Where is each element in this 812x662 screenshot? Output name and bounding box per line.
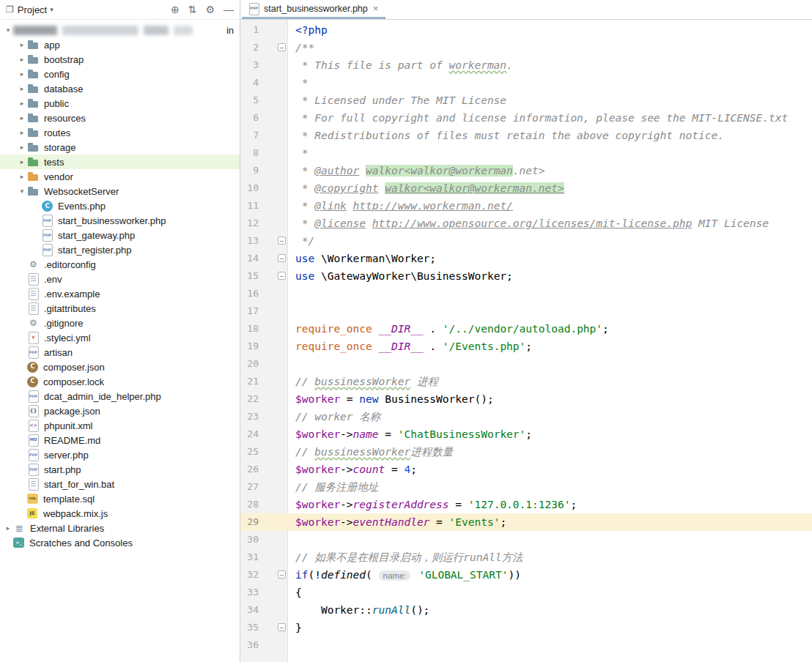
tree-item-resources[interactable]: ▸resources [0,111,240,125]
tree-item-composer-json[interactable]: Ccomposer.json [0,360,240,374]
tree-item-storage[interactable]: ▸storage [0,140,240,155]
code-line-21[interactable]: 21// bussinessWorker 进程 [240,373,812,390]
tree-item-gitignore[interactable]: ⚙.gitignore [0,316,240,330]
code-line-19[interactable]: 19require_once __DIR__ . '/Events.php'; [240,338,812,355]
code-line-8[interactable]: 8 * [240,144,812,162]
project-selector[interactable]: Project [18,4,47,15]
tree-item-start-gateway-php[interactable]: PHPstart_gateway.php [0,228,240,242]
code-line-18[interactable]: 18require_once __DIR__ . '/../vendor/aut… [240,320,812,338]
code-line-10[interactable]: 10 * @copyright walkor<walkor@workerman.… [240,179,812,197]
code-line-2[interactable]: 2−/** [240,39,812,56]
code-line-26[interactable]: 26$worker->count = 4; [240,461,812,478]
hide-panel-icon[interactable]: — [224,4,234,15]
code-line-14[interactable]: 14−use \Workerman\Worker; [240,250,812,267]
code-line-13[interactable]: 13− */ [240,232,812,250]
code-line-7[interactable]: 7 * Redistributions of files must retain… [240,127,812,144]
code-line-11[interactable]: 11 * @link http://www.workerman.net/ [240,197,812,215]
tree-item-readme-md[interactable]: MDREADME.md [0,433,240,447]
code-line-23[interactable]: 23// worker 名称 [240,408,812,425]
tree-item-phpunit-xml[interactable]: <>phpunit.xml [0,418,240,433]
fold-marker[interactable]: − [278,43,286,51]
chevron-down-icon[interactable]: ▾ [50,6,53,13]
tree-item-public[interactable]: ▸public [0,96,240,111]
tree-item-artisan[interactable]: PHPartisan [0,345,240,360]
tree-item-routes[interactable]: ▸routes [0,125,240,140]
tree-item-server-php[interactable]: PHPserver.php [0,447,240,462]
tree-item-package-json[interactable]: {}package.json [0,403,240,418]
expand-arrow-icon[interactable]: ▸ [17,144,27,151]
code-line-4[interactable]: 4 * [240,74,812,92]
code-line-5[interactable]: 5 * Licensed under The MIT License [240,92,812,109]
tab-start-businessworker[interactable]: PHP start_businessworker.php × [242,0,385,19]
code-line-31[interactable]: 31// 如果不是在根目录启动，则运行runAll方法 [240,548,812,566]
code-line-15[interactable]: 15−use \GatewayWorker\BusinessWorker; [240,267,812,285]
tree-item-env-example[interactable]: .env.example [0,286,240,301]
code-line-6[interactable]: 6 * For full copyright and license infor… [240,109,812,127]
tree-item-dcat-admin-ide-helper-php[interactable]: PHPdcat_admin_ide_helper.php [0,389,240,403]
expand-arrow-icon[interactable]: ▸ [17,173,27,180]
tree-item-styleci-yml[interactable]: Y.styleci.yml [0,330,240,345]
code-line-9[interactable]: 9 * @author walkor<walkor@workerman.net> [240,162,812,179]
tree-item-webpack-mix-js[interactable]: JSwebpack.mix.js [0,506,240,521]
expand-arrow-icon[interactable]: ▸ [17,158,27,166]
tree-item-env[interactable]: .env [0,272,240,286]
tree-item-start-php[interactable]: PHPstart.php [0,462,240,477]
code-line-34[interactable]: 34 Worker::runAll(); [240,601,812,619]
expand-arrow-icon[interactable]: ▸ [17,85,27,92]
expand-arrow-icon[interactable]: ▾ [3,26,13,34]
expand-arrow-icon[interactable]: ▸ [17,70,27,78]
code-line-12[interactable]: 12 * @license http://www.opensource.org/… [240,215,812,232]
tree-item-events-php[interactable]: CEvents.php [0,198,240,213]
tree-item-composer-lock[interactable]: Ccomposer.lock [0,374,240,389]
code-line-3[interactable]: 3 * This file is part of workerman. [240,56,812,74]
code-line-36[interactable]: 36 [240,636,812,654]
code-line-35[interactable]: 35−} [240,619,812,636]
fold-marker[interactable]: − [278,254,286,262]
expand-arrow-icon[interactable]: ▾ [17,187,27,195]
tree-item-database[interactable]: ▸database [0,81,240,96]
tree-item-scratches-and-consoles[interactable]: >_Scratches and Consoles [0,535,240,550]
tree-item-config[interactable]: ▸config [0,67,240,81]
expand-arrow-icon[interactable]: ▸ [17,129,27,136]
expand-arrow-icon[interactable]: ▸ [17,56,27,63]
settings-gear-icon[interactable]: ⚙ [205,4,215,15]
code-line-17[interactable]: 17 [240,302,812,320]
code-editor[interactable]: 1<?php2−/**3 * This file is part of work… [240,20,812,662]
code-line-16[interactable]: 16 [240,285,812,302]
code-line-22[interactable]: 22$worker = new BusinessWorker(); [240,390,812,408]
tree-item-editorconfig[interactable]: ⚙.editorconfig [0,257,240,272]
tree-item-app[interactable]: ▸app [0,37,240,52]
code-line-1[interactable]: 1<?php [240,21,812,39]
fold-marker[interactable]: − [278,623,286,631]
tree-item-project-root[interactable]: ▾in [0,23,240,37]
code-line-29[interactable]: 29$worker->eventHandler = 'Events'; [240,513,812,531]
code-line-27[interactable]: 27// 服务注册地址 [240,478,812,496]
code-line-24[interactable]: 24$worker->name = 'ChatBusinessWorker'; [240,425,812,443]
code-line-25[interactable]: 25// bussinessWorker进程数量 [240,443,812,461]
expand-arrow-icon[interactable]: ▸ [3,524,13,532]
collapse-all-icon[interactable]: ⇅ [188,4,197,15]
tree-item-start-businessworker-php[interactable]: PHPstart_businessworker.php [0,213,240,228]
fold-marker[interactable]: − [278,272,286,280]
fold-marker[interactable]: − [278,570,286,579]
tree-item-external-libraries[interactable]: ▸≣External Libraries [0,521,240,535]
tree-item-websocketserver[interactable]: ▾WebsocketServer [0,184,240,198]
close-icon[interactable]: × [373,4,379,13]
tree-item-vendor[interactable]: ▸vendor [0,169,240,184]
tree-item-tests[interactable]: ▸tests [0,155,240,169]
tree-item-start-for-win-bat[interactable]: start_for_win.bat [0,477,240,491]
tree-item-bootstrap[interactable]: ▸bootstrap [0,52,240,67]
expand-arrow-icon[interactable]: ▸ [17,114,27,122]
expand-arrow-icon[interactable]: ▸ [17,41,27,48]
tree-item-start-register-php[interactable]: PHPstart_register.php [0,242,240,257]
tree-item-template-sql[interactable]: SQLtemplate.sql [0,491,240,506]
code-line-32[interactable]: 32−if(!defined( name: 'GLOBAL_START')) [240,566,812,584]
expand-arrow-icon[interactable]: ▸ [17,100,27,107]
code-line-30[interactable]: 30 [240,531,812,548]
tree-item-gitattributes[interactable]: .gitattributes [0,301,240,316]
locate-file-icon[interactable]: ⊕ [171,4,180,15]
fold-marker[interactable]: − [278,237,286,245]
code-line-33[interactable]: 33{ [240,584,812,601]
code-line-28[interactable]: 28$worker->registerAddress = '127.0.0.1:… [240,496,812,513]
code-line-20[interactable]: 20 [240,355,812,373]
